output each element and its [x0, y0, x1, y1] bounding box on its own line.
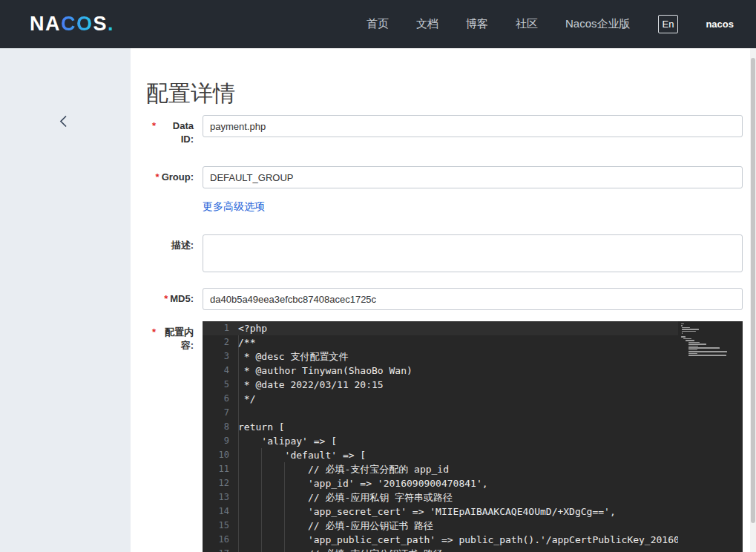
logo-text-na: NA: [30, 13, 61, 35]
indent-guide: [238, 335, 239, 552]
code-text: // 必填-应用公钥证书 路径: [238, 519, 433, 533]
required-asterisk: *: [156, 171, 162, 188]
data-id-label: * Data ID:: [146, 115, 194, 146]
line-number: 5: [203, 378, 238, 392]
main-content: 配置详情 * Data ID: * Group: 更多高级选项: [131, 48, 750, 552]
form-row-data-id: * Data ID:: [146, 115, 750, 146]
content-label: * 配置内容:: [146, 321, 194, 552]
line-number: 9: [203, 434, 238, 448]
line-number: 8: [203, 420, 238, 434]
line-number: 12: [203, 476, 238, 490]
code-line: 4 * @author Tinywan(ShaoBo Wan): [203, 364, 743, 378]
description-label: 描述:: [146, 234, 194, 275]
line-number: 14: [203, 505, 238, 519]
code-text: * @desc 支付配置文件: [238, 349, 348, 364]
code-line: 7: [203, 406, 743, 420]
line-number: 13: [203, 490, 238, 505]
code-text: */: [238, 392, 255, 406]
code-text: * @author Tinywan(ShaoBo Wan): [238, 364, 412, 378]
code-line: 9 'alipay' => [: [203, 434, 743, 448]
line-number: 16: [203, 533, 238, 547]
required-asterisk: *: [152, 326, 158, 552]
username-menu[interactable]: nacos: [706, 19, 734, 30]
form-row-content: * 配置内容: 1<?php2/**3 * @desc 支付配置文件4 * @a…: [146, 321, 750, 552]
nav-menu: 首页文档博客社区Nacos企业版Ennacos: [367, 15, 734, 33]
nav-item-community[interactable]: 社区: [516, 17, 538, 31]
logo-infinity-icon: CO: [61, 13, 93, 35]
code-line: 5 * @date 2022/03/11 20:15: [203, 378, 743, 392]
line-number: 6: [203, 392, 238, 406]
code-editor[interactable]: 1<?php2/**3 * @desc 支付配置文件4 * @author Ti…: [203, 321, 743, 552]
editor-minimap[interactable]: [678, 321, 743, 552]
code-text: // 必填-支付宝公钥证书 路径: [238, 547, 443, 552]
nav-item-blog[interactable]: 博客: [466, 17, 488, 31]
group-label: * Group:: [146, 166, 194, 188]
code-line: 3 * @desc 支付配置文件: [203, 349, 743, 364]
group-input[interactable]: [203, 166, 743, 188]
code-line: 10 'default' => [: [203, 448, 743, 462]
line-number: 2: [203, 335, 238, 349]
page-scrollbar[interactable]: [750, 48, 756, 552]
nav-item-enterprise[interactable]: Nacos企业版: [565, 17, 631, 31]
top-navbar: NACOS. 首页文档博客社区Nacos企业版Ennacos: [0, 0, 756, 48]
line-number: 10: [203, 448, 238, 462]
app-body: 配置详情 * Data ID: * Group: 更多高级选项: [0, 48, 756, 552]
code-text: // 必填-支付宝分配的 app_id: [238, 462, 449, 476]
line-number: 3: [203, 349, 238, 364]
code-text: 'default' => [: [238, 448, 366, 462]
indent-guide: [284, 462, 285, 552]
code-text: 'app_secret_cert' => 'MIIEpAIBAAKCAQE4OU…: [238, 505, 616, 519]
line-number: 7: [203, 406, 238, 420]
md5-input[interactable]: [203, 288, 743, 310]
page-title: 配置详情: [146, 78, 750, 109]
form-row-group: * Group:: [146, 166, 750, 188]
nav-item-home[interactable]: 首页: [367, 17, 389, 31]
code-text: 'app_id' => '2016090900470841',: [238, 476, 488, 490]
sidebar: [0, 48, 131, 552]
required-asterisk: *: [152, 119, 158, 146]
more-advanced-options-link[interactable]: 更多高级选项: [203, 200, 265, 212]
code-text: // 必填-应用私钥 字符串或路径: [238, 490, 453, 505]
scrollbar-thumb[interactable]: [751, 58, 755, 523]
md5-label: * MD5:: [146, 288, 194, 310]
code-line: 8return [: [203, 420, 743, 434]
code-text: <?php: [238, 321, 267, 335]
code-text: return [: [238, 420, 285, 434]
line-number: 15: [203, 519, 238, 533]
logo-text-s: S: [93, 13, 108, 35]
logo-dot: .: [108, 13, 114, 35]
indent-guide: [261, 448, 262, 552]
data-id-input[interactable]: [203, 115, 743, 137]
code-line: 2/**: [203, 335, 743, 349]
code-text: /**: [238, 335, 255, 349]
description-textarea[interactable]: [203, 234, 743, 272]
code-text: * @date 2022/03/11 20:15: [238, 378, 384, 392]
line-number: 11: [203, 462, 238, 476]
code-line: 1<?php: [203, 321, 743, 335]
line-number: 4: [203, 364, 238, 378]
chevron-left-icon: [58, 114, 70, 131]
code-text: 'alipay' => [: [238, 434, 337, 448]
language-toggle-button[interactable]: En: [658, 15, 679, 33]
required-asterisk: *: [164, 292, 170, 310]
code-line: 6 */: [203, 392, 743, 406]
advanced-options-row: 更多高级选项: [203, 200, 750, 214]
line-number: 1: [203, 321, 238, 335]
form-row-description: 描述:: [146, 234, 750, 275]
sidebar-collapse-button[interactable]: [55, 114, 73, 131]
nav-item-docs[interactable]: 文档: [416, 17, 438, 31]
nacos-logo[interactable]: NACOS.: [30, 13, 114, 36]
code-text: 'app_public_cert_path' => public_path().…: [238, 533, 686, 547]
line-number: 17: [203, 547, 238, 552]
form-row-md5: * MD5:: [146, 288, 750, 310]
